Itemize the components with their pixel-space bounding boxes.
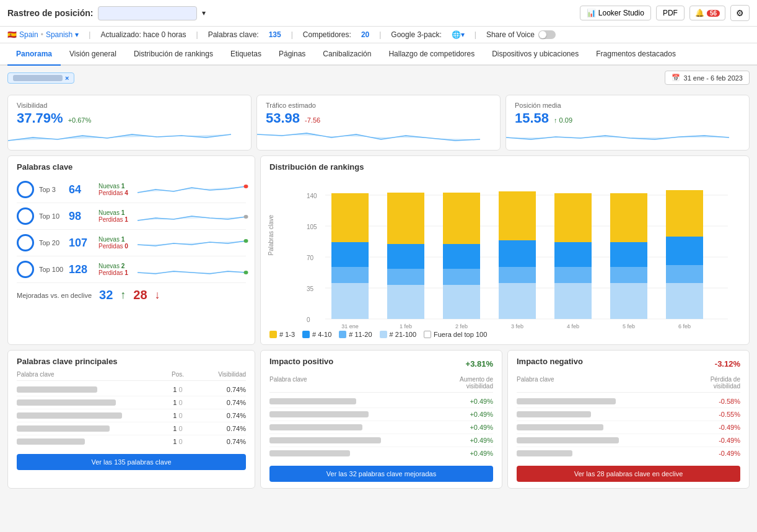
svg-rect-16: [331, 242, 369, 267]
notification-badge: 56: [707, 10, 720, 17]
declined-value: 28: [133, 288, 147, 302]
col-header-vis: Visibilidad: [196, 371, 246, 378]
tab-vision-general[interactable]: Visión general: [61, 43, 125, 66]
svg-rect-20: [387, 269, 424, 285]
dropdown-icon[interactable]: ▾: [202, 9, 206, 17]
table-row: 1 0 0.74%: [17, 422, 246, 435]
main-keywords-title: Palabras clave principales: [17, 357, 246, 366]
positive-impact-table-body: +0.49% +0.49% +0.49% +0.49% +0.49%: [269, 395, 493, 460]
settings-button[interactable]: ⚙: [730, 5, 750, 21]
tab-hallazgo[interactable]: Hallazgo de competidores: [380, 43, 483, 66]
kw-count-top20: 107: [69, 237, 94, 250]
svg-rect-35: [554, 267, 592, 283]
legend-11-20: # 11-20: [339, 331, 372, 338]
tab-panorama[interactable]: Panorama: [7, 43, 61, 66]
traffic-label: Tráfico estimado: [266, 102, 491, 109]
svg-rect-15: [331, 267, 369, 283]
kw-new-lost-top3: Nuevas 1 Perdidas 4: [98, 183, 133, 196]
svg-rect-40: [610, 267, 647, 283]
table-row: -0.49%: [517, 434, 740, 447]
legend-dot-1-3: [269, 331, 277, 338]
svg-rect-47: [666, 190, 703, 237]
share-voice-toggle[interactable]: [538, 30, 556, 39]
tab-fragmentos[interactable]: Fragmentos destacados: [587, 43, 685, 66]
view-declined-keywords-button[interactable]: Ver las 28 palabras clave en declive: [517, 466, 740, 482]
col-header-kw-neg: Palabra clave: [517, 376, 685, 390]
svg-rect-32: [499, 191, 536, 240]
svg-point-3: [244, 271, 248, 274]
view-improved-keywords-button[interactable]: Ver las 32 palabras clave mejoradas: [269, 466, 493, 482]
looker-studio-button[interactable]: 📊 Looker Studio: [580, 6, 651, 20]
svg-rect-21: [387, 244, 424, 269]
share-voice-toggle-container: Share of Voice: [486, 30, 556, 39]
tab-canibalizacion[interactable]: Canibalización: [314, 43, 380, 66]
position-card: Posición media 15.58 ↑ 0.09: [505, 95, 750, 150]
legend-21-100: # 21-100: [380, 331, 416, 338]
svg-rect-19: [387, 285, 424, 319]
svg-text:3 feb: 3 feb: [511, 323, 523, 329]
pdf-button[interactable]: PDF: [656, 6, 685, 20]
svg-rect-14: [331, 283, 369, 319]
google-pack-icon[interactable]: 🌐▾: [452, 30, 465, 39]
top-bar-left: Rastreo de posición: ▾: [7, 6, 206, 20]
svg-text:105: 105: [307, 224, 317, 230]
position-label: Posición media: [515, 102, 740, 109]
tab-etiquetas[interactable]: Etiquetas: [222, 43, 270, 66]
legend-outside-top100: Fuera del top 100: [424, 331, 487, 338]
col-header-keyword: Palabra clave: [17, 371, 159, 378]
svg-rect-34: [554, 283, 592, 319]
project-input[interactable]: [98, 6, 197, 20]
svg-rect-30: [499, 267, 536, 283]
arrow-down-icon: ↓: [155, 289, 160, 302]
kw-new-lost-top20: Nuevas 1 Perdidas 0: [98, 236, 133, 250]
negative-impact-card: Impacto negativo -3.12% Palabra clave Pé…: [507, 350, 750, 489]
table-row: +0.49%: [269, 447, 493, 460]
kw-row-top20: Top 20 107 Nuevas 1 Perdidas 0: [17, 230, 246, 256]
table-row: +0.49%: [269, 395, 493, 408]
location-selector[interactable]: 🇪🇸 Spain • Spanish ▾: [7, 30, 79, 39]
main-keywords-card: Palabras clave principales Palabra clave…: [7, 350, 255, 489]
negative-impact-table-body: -0.58% -0.55% -0.49% -0.49% -0.49%: [517, 395, 740, 460]
legend-dot-21-100: [380, 331, 387, 338]
keywords-label: Palabras clave:: [208, 30, 259, 39]
svg-point-1: [244, 215, 248, 219]
competitors-label: Competidores:: [303, 30, 351, 39]
svg-text:2 feb: 2 feb: [455, 323, 468, 329]
svg-text:140: 140: [307, 193, 317, 199]
date-range-badge[interactable]: 📅 31 ene - 6 feb 2023: [665, 71, 750, 85]
svg-point-2: [244, 239, 248, 243]
tab-distribucion-rankings[interactable]: Distribución de rankings: [125, 43, 222, 66]
visibility-label: Visibilidad: [17, 102, 242, 109]
keywords-count[interactable]: 135: [269, 30, 281, 39]
tab-paginas[interactable]: Páginas: [270, 43, 314, 66]
positive-impact-card: Impacto positivo +3.81% Palabra clave Au…: [260, 350, 502, 489]
positive-impact-table-header: Palabra clave Aumento de visibilidad: [269, 376, 493, 393]
notifications-button[interactable]: 🔔 56: [689, 6, 725, 20]
competitors-count[interactable]: 20: [361, 30, 369, 39]
kw-new-lost-top100: Nuevas 2 Perdidas 1: [98, 263, 133, 276]
svg-rect-25: [443, 269, 480, 285]
kw-row-top3: Top 3 64 Nuevas 1 Perdidas 4: [17, 177, 246, 203]
keywords-card-title: Palabras clave: [17, 162, 246, 172]
legend-dot-4-10: [302, 331, 310, 338]
col-header-pos: Pos.: [159, 371, 196, 378]
main-content: Visibilidad 37.79% +0.67% Tráfico estima…: [0, 90, 757, 494]
table-row: +0.49%: [269, 421, 493, 434]
view-all-keywords-button[interactable]: Ver las 135 palabras clave: [17, 454, 246, 470]
arrow-up-icon: ↑: [120, 289, 126, 302]
date-range-text: 31 ene - 6 feb 2023: [684, 74, 743, 82]
kw-new-lost-top10: Nuevas 1 Perdidas 1: [98, 209, 133, 223]
svg-rect-41: [610, 242, 647, 267]
tab-dispositivos[interactable]: Dispositivos y ubicaciones: [483, 43, 587, 66]
svg-rect-36: [554, 242, 592, 267]
svg-point-0: [244, 185, 248, 188]
svg-text:4 feb: 4 feb: [567, 323, 579, 329]
table-row: -0.49%: [517, 447, 740, 460]
filter-remove-button[interactable]: ×: [65, 74, 69, 82]
main-keywords-table-body: 1 0 0.74% 1 0 0.74% 1 0 0.74% 1 0 0.74%: [17, 383, 246, 448]
middle-row: Palabras clave Top 3 64 Nuevas 1 Perdida…: [7, 155, 750, 345]
improved-label: Mejoradas vs. en declive: [17, 292, 92, 299]
kw-row-top100: Top 100 128 Nuevas 2 Perdidas 1: [17, 256, 246, 283]
table-row: +0.49%: [269, 408, 493, 421]
bottom-row: Palabras clave principales Palabra clave…: [7, 350, 750, 489]
